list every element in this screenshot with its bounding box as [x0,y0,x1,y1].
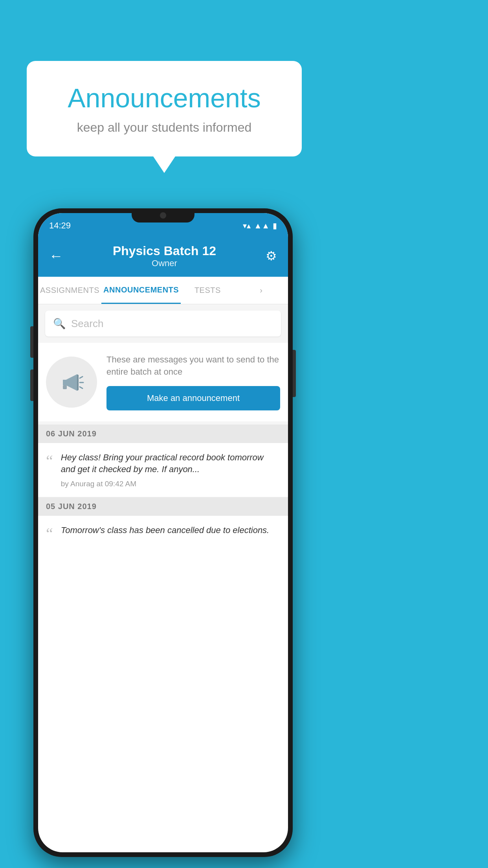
megaphone-icon [58,369,85,395]
phone-wrapper: 14:29 ▾▴ ▲▲ ▮ ← Physics Batch 12 Owner ⚙… [33,208,293,857]
battery-icon: ▮ [273,221,277,230]
power-button [293,350,296,397]
phone-screen: 14:29 ▾▴ ▲▲ ▮ ← Physics Batch 12 Owner ⚙… [38,213,288,852]
make-announcement-button[interactable]: Make an announcement [106,386,280,410]
quote-icon-2: “ [46,526,53,542]
megaphone-circle [46,357,97,408]
status-time: 14:29 [49,221,71,231]
tab-tests[interactable]: TESTS [181,277,234,304]
date-separator-2: 05 JUN 2019 [38,497,288,516]
phone-outer: 14:29 ▾▴ ▲▲ ▮ ← Physics Batch 12 Owner ⚙… [33,208,293,857]
speech-bubble-container: Announcements keep all your students inf… [27,61,302,156]
tab-assignments[interactable]: ASSIGNMENTS [38,277,101,304]
search-placeholder: Search [71,318,103,330]
volume-down-button [30,370,33,401]
app-header: ← Physics Batch 12 Owner ⚙ [38,235,288,277]
svg-line-0 [80,377,83,378]
header-center: Physics Batch 12 Owner [63,244,266,268]
phone-notch [132,208,194,223]
empty-state-text-area: These are messages you want to send to t… [106,354,280,410]
tab-more[interactable]: › [235,277,288,304]
speech-bubble: Announcements keep all your students inf… [27,61,302,156]
date-separator-1: 06 JUN 2019 [38,425,288,443]
announcement-text-2: Tomorrow's class has been cancelled due … [61,524,280,537]
batch-subtitle: Owner [63,258,266,268]
bubble-title: Announcements [50,83,278,113]
announcement-item-1[interactable]: “ Hey class! Bring your practical record… [38,443,288,498]
bubble-subtitle: keep all your students informed [50,120,278,135]
volume-up-button [30,326,33,358]
back-button[interactable]: ← [49,248,63,264]
announcement-meta-1: by Anurag at 09:42 AM [61,480,280,488]
announcement-content-1: Hey class! Bring your practical record b… [61,452,280,489]
tab-announcements[interactable]: ANNOUNCEMENTS [101,277,181,304]
announcement-item-2[interactable]: “ Tomorrow's class has been cancelled du… [38,516,288,550]
signal-icon: ▲▲ [254,221,270,230]
status-icons: ▾▴ ▲▲ ▮ [243,221,277,230]
tabs-bar: ASSIGNMENTS ANNOUNCEMENTS TESTS › [38,277,288,304]
camera-dot [160,212,166,219]
quote-icon-1: “ [46,453,53,469]
announcement-text-1: Hey class! Bring your practical record b… [61,452,280,476]
empty-state-card: These are messages you want to send to t… [38,343,288,421]
announcement-content-2: Tomorrow's class has been cancelled due … [61,524,280,541]
batch-title: Physics Batch 12 [63,244,266,258]
content-area: 🔍 Search [38,304,288,550]
search-icon: 🔍 [53,318,66,330]
wifi-icon: ▾▴ [243,221,251,230]
svg-line-2 [80,387,83,388]
search-bar[interactable]: 🔍 Search [45,311,281,337]
settings-icon[interactable]: ⚙ [266,248,277,263]
empty-state-description: These are messages you want to send to t… [106,354,280,378]
svg-rect-3 [63,385,67,389]
